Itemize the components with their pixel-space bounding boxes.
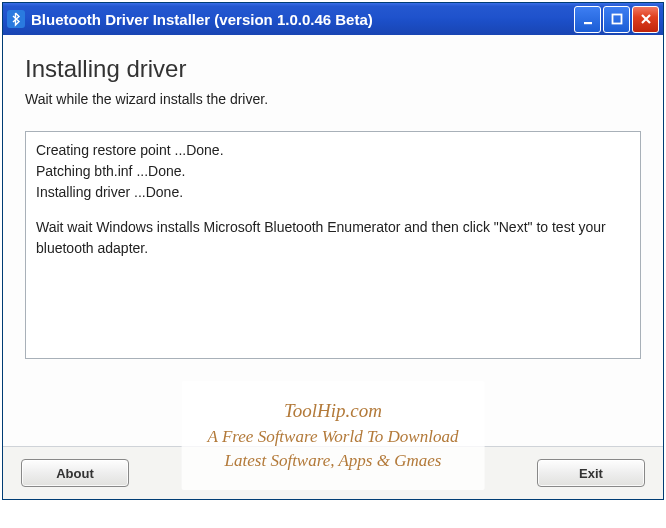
close-button[interactable] — [632, 6, 659, 33]
log-line: Patching bth.inf ...Done. — [36, 161, 630, 182]
minimize-button[interactable] — [574, 6, 601, 33]
svg-rect-1 — [584, 22, 592, 24]
about-button[interactable]: About — [21, 459, 129, 487]
page-subheading: Wait while the wizard installs the drive… — [25, 91, 641, 107]
title-bar: Bluetooth Driver Installer (version 1.0.… — [3, 3, 663, 35]
installer-window: Bluetooth Driver Installer (version 1.0.… — [2, 2, 664, 500]
bluetooth-icon — [7, 10, 25, 28]
window-title: Bluetooth Driver Installer (version 1.0.… — [31, 11, 574, 28]
button-bar: About Exit — [3, 446, 663, 499]
install-log: Creating restore point ...Done. Patching… — [25, 131, 641, 359]
log-line: Installing driver ...Done. — [36, 182, 630, 203]
window-controls — [574, 6, 659, 33]
page-heading: Installing driver — [25, 55, 641, 83]
maximize-button[interactable] — [603, 6, 630, 33]
exit-button[interactable]: Exit — [537, 459, 645, 487]
content-area: Installing driver Wait while the wizard … — [3, 35, 663, 446]
svg-rect-2 — [612, 15, 621, 24]
log-line: Creating restore point ...Done. — [36, 140, 630, 161]
log-wait-text: Wait wait Windows installs Microsoft Blu… — [36, 217, 630, 259]
